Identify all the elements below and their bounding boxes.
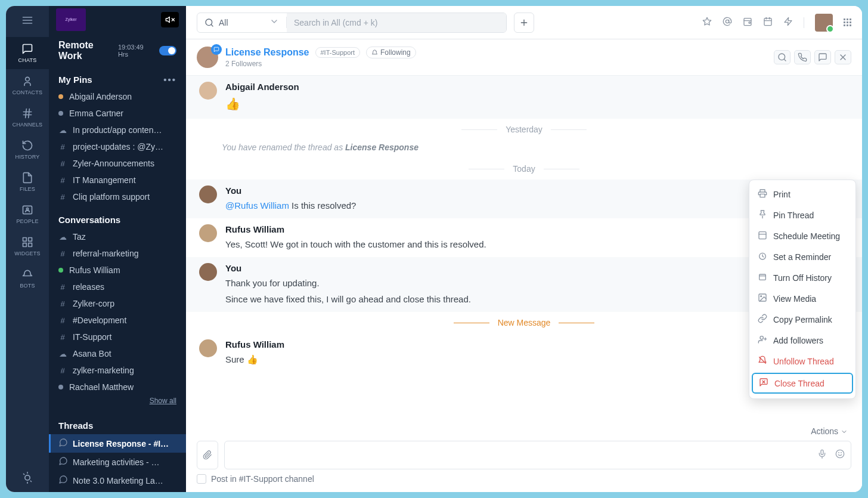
pins-more-icon[interactable]: ••• <box>163 75 176 85</box>
search-scope-label: All <box>219 18 228 27</box>
emoji-icon[interactable] <box>835 449 845 461</box>
rail-label: CHATS <box>18 57 37 63</box>
thread-reply-button[interactable] <box>814 50 831 64</box>
menu-schedule[interactable]: Schedule Meeting <box>749 225 855 246</box>
menu-icon[interactable] <box>21 14 33 29</box>
avatar <box>199 224 217 242</box>
appearance-icon[interactable] <box>6 466 49 492</box>
thread-item[interactable]: Note 3.0 Marketing La… <box>49 471 186 490</box>
user-avatar[interactable] <box>815 14 833 32</box>
rail-people[interactable]: PEOPLE <box>6 198 49 230</box>
thread-channel-chip[interactable]: #IT-Support <box>315 47 360 58</box>
convo-item[interactable]: #zylker-marketing <box>49 362 186 379</box>
zia-icon[interactable] <box>783 17 793 29</box>
pin-item[interactable]: Emma Cartner <box>49 105 186 122</box>
pin-label: In product/app conten… <box>73 125 162 135</box>
convo-item[interactable]: ☁Taz <box>49 228 186 245</box>
mentions-icon[interactable] <box>723 17 732 29</box>
pin-item[interactable]: #project-updates : @Zy… <box>49 138 186 155</box>
pin-item[interactable]: ☁In product/app conten… <box>49 122 186 138</box>
msg-text: 👍 <box>225 95 849 113</box>
pin-label: project-updates : @Zy… <box>73 142 163 151</box>
menu-reminder[interactable]: Set a Reminder <box>749 246 855 267</box>
svg-point-57 <box>836 450 844 457</box>
rename-note: You have renamed the thread as License R… <box>186 140 862 158</box>
convo-item[interactable]: #releases <box>49 279 186 295</box>
thread-close-button[interactable] <box>835 50 851 64</box>
post-in-channel-checkbox[interactable] <box>197 474 206 484</box>
convo-item[interactable]: Rufus William <box>49 262 186 279</box>
svg-rect-13 <box>23 243 27 247</box>
menu-pin[interactable]: Pin Thread <box>749 205 855 225</box>
menu-media[interactable]: View Media <box>749 288 855 309</box>
rail-history[interactable]: HISTORY <box>6 134 49 166</box>
rail-bots[interactable]: BOTS <box>6 262 49 295</box>
rail-label: CONTACTS <box>13 89 42 95</box>
attach-button[interactable] <box>197 441 218 469</box>
svg-marker-26 <box>703 17 711 25</box>
menu-unfollow[interactable]: Unfollow Thread <box>749 351 855 372</box>
show-all-link[interactable]: Show all <box>49 395 186 411</box>
menu-label: View Media <box>773 294 816 304</box>
reminders-icon[interactable] <box>743 17 752 29</box>
history-icon <box>758 272 767 283</box>
rail-chats[interactable]: CHATS <box>6 37 49 69</box>
thread-item[interactable]: License Response - #I… <box>49 434 186 453</box>
thread-icon <box>58 475 67 486</box>
main-panel: All <box>186 6 862 492</box>
plus-button[interactable] <box>514 13 534 33</box>
search-input[interactable] <box>287 13 506 32</box>
pin-item[interactable]: #Cliq platform support <box>49 188 186 205</box>
thread-label: Note 3.0 Marketing La… <box>73 476 163 485</box>
status-toggle[interactable] <box>159 46 176 55</box>
menu-permalink[interactable]: Copy Permalink <box>749 309 855 330</box>
rail-contacts[interactable]: CONTACTS <box>6 69 49 101</box>
message-input[interactable] <box>224 441 851 469</box>
thread-item[interactable]: Marketing activities - … <box>49 453 186 471</box>
mention-link[interactable]: @Rufus William <box>225 200 289 211</box>
pin-item[interactable]: Abigail Anderson <box>49 88 186 105</box>
menu-close-thread[interactable]: Close Thread <box>752 373 853 394</box>
search-wrap: All <box>197 13 507 33</box>
star-icon[interactable] <box>702 17 712 29</box>
convos-header: Conversations <box>58 215 120 225</box>
convo-label: #Development <box>73 315 126 325</box>
unfollow-icon <box>758 355 767 367</box>
svg-rect-40 <box>760 194 765 197</box>
convo-item[interactable]: #Zylker-corp <box>49 295 186 312</box>
thread-search-button[interactable] <box>774 50 790 64</box>
svg-line-36 <box>784 59 786 61</box>
message: Abigail Anderson 👍 <box>186 76 862 119</box>
menu-add-followers[interactable]: Add followers <box>749 330 855 351</box>
convo-label: referral-marketing <box>73 249 138 258</box>
mic-icon[interactable] <box>817 449 827 461</box>
pin-label: Abigail Anderson <box>69 92 132 101</box>
following-chip[interactable]: Following <box>366 47 416 58</box>
convo-item[interactable]: ☁Asana Bot <box>49 345 186 362</box>
calendar-icon[interactable] <box>763 17 773 29</box>
thread-title[interactable]: License Response <box>225 47 309 58</box>
org-logo[interactable]: Zylker <box>56 8 86 31</box>
search-scope-dropdown[interactable]: All <box>197 17 287 28</box>
convo-item[interactable]: Rachael Matthew <box>49 379 186 395</box>
pin-item[interactable]: #IT Manangement <box>49 172 186 188</box>
rail-widgets[interactable]: WIDGETS <box>6 230 49 262</box>
mute-icon[interactable] <box>161 12 179 27</box>
actions-dropdown[interactable]: Actions <box>197 426 851 436</box>
thread-label: License Response - #I… <box>73 439 169 448</box>
apps-grid-icon[interactable] <box>844 18 851 26</box>
svg-point-9 <box>26 208 28 210</box>
thread-label: Marketing activities - … <box>73 457 159 467</box>
reminder-icon <box>758 251 767 262</box>
convo-item[interactable]: #referral-marketing <box>49 245 186 262</box>
convo-item[interactable]: #IT-Support <box>49 329 186 345</box>
svg-rect-12 <box>29 243 32 247</box>
rail-files[interactable]: FILES <box>6 166 49 198</box>
convo-item[interactable]: ##Development <box>49 312 186 329</box>
pin-item[interactable]: #Zyler-Announcements <box>49 155 186 172</box>
thread-call-button[interactable] <box>794 50 811 64</box>
rail-channels[interactable]: CHANNELS <box>6 101 49 134</box>
menu-print[interactable]: Print <box>749 184 855 205</box>
menu-history-off[interactable]: Turn Off History <box>749 267 855 288</box>
svg-line-18 <box>30 481 31 481</box>
